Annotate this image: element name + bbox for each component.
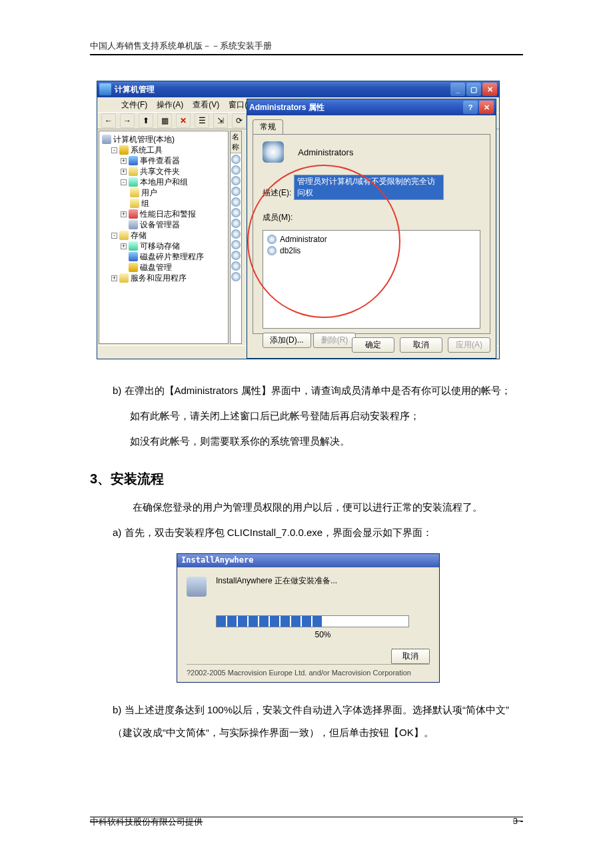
- list-button[interactable]: ▦: [157, 113, 172, 128]
- export-button[interactable]: ⇲: [213, 113, 228, 128]
- tree-root[interactable]: 计算机管理(本地): [102, 134, 225, 145]
- list-header[interactable]: 名称: [231, 131, 241, 153]
- paragraph-a: a) 首先，双击安装程序包 CLICInstall_7.0.0.exe，界面会显…: [113, 521, 523, 544]
- plus-icon[interactable]: +: [121, 169, 127, 175]
- up-button[interactable]: ⬆: [139, 113, 153, 128]
- plus-icon[interactable]: +: [121, 211, 127, 217]
- progress-bar: [216, 615, 409, 627]
- maximize-button[interactable]: ▢: [466, 83, 481, 96]
- apply-button[interactable]: 应用(A): [448, 337, 490, 353]
- folder-icon: [129, 167, 138, 176]
- paragraph-b-not: 如没有此帐号，则需要联系你的系统管理员解决。: [130, 430, 523, 453]
- user-icon: [267, 246, 277, 255]
- tree-systools[interactable]: -系统工具: [102, 145, 225, 155]
- tree-diskmgmt[interactable]: 磁盘管理: [102, 262, 225, 273]
- footer-right: 3 -: [513, 816, 523, 828]
- group-icon[interactable]: [231, 240, 241, 249]
- tools-icon: [119, 145, 129, 155]
- tree-storage[interactable]: -存储: [102, 230, 225, 241]
- menu-file[interactable]: 文件(F): [121, 99, 147, 111]
- member-item[interactable]: db2lis: [267, 245, 476, 256]
- installanywhere-window: InstallAnywhere InstallAnywhere 正在做安裝准备.…: [177, 553, 440, 683]
- titlebar[interactable]: 计算机管理 _ ▢ ✕: [97, 81, 499, 97]
- group-icon[interactable]: [231, 219, 241, 228]
- group-icon[interactable]: [231, 208, 241, 217]
- installer-icon: [187, 577, 207, 597]
- close-button[interactable]: ✕: [479, 101, 494, 114]
- computer-management-window: 计算机管理 _ ▢ ✕ 文件(F) 操作(A) 查看(V) 窗口( ← → ⬆ …: [97, 81, 500, 359]
- close-button[interactable]: ✕: [482, 83, 497, 96]
- add-button[interactable]: 添加(D)...: [263, 333, 311, 348]
- properties-button[interactable]: ☰: [195, 113, 209, 128]
- tree-perflog[interactable]: +性能日志和警报: [102, 209, 225, 219]
- minimize-button[interactable]: _: [450, 83, 465, 96]
- dialog-titlebar[interactable]: Administrators 属性 ? ✕: [247, 99, 496, 115]
- minus-icon[interactable]: -: [121, 179, 127, 185]
- member-item[interactable]: Administrator: [267, 233, 476, 245]
- storage-icon: [119, 231, 129, 240]
- ok-button[interactable]: 确定: [352, 337, 394, 353]
- computer-icon: [102, 135, 111, 144]
- members-label: 成员(M):: [263, 213, 293, 222]
- footer-left: 中科软科技股份有限公司提供: [90, 816, 203, 828]
- minus-icon[interactable]: -: [111, 147, 117, 153]
- group-icon[interactable]: [231, 165, 241, 175]
- back-button[interactable]: ←: [101, 113, 116, 128]
- group-icon[interactable]: [231, 197, 241, 207]
- tree-services[interactable]: +服务和应用程序: [102, 273, 225, 283]
- plus-icon[interactable]: +: [111, 275, 117, 281]
- event-icon: [129, 156, 138, 165]
- plus-icon[interactable]: +: [121, 158, 127, 164]
- paragraph-intro3: 在确保您登录的用户为管理员权限的用户以后，便可以进行正常的安装流程了。: [113, 496, 523, 519]
- group-icon[interactable]: [231, 176, 241, 185]
- tree-eventviewer[interactable]: +事件查看器: [102, 155, 225, 166]
- progress-percent: 50%: [216, 630, 430, 639]
- group-icon[interactable]: [231, 261, 241, 271]
- users-icon: [129, 177, 138, 187]
- tree-groups[interactable]: 组: [102, 198, 225, 209]
- members-list[interactable]: Administrator db2lis: [263, 230, 480, 329]
- ia-status: InstallAnywhere 正在做安裝准备...: [216, 575, 337, 587]
- tree-defrag[interactable]: 磁盘碎片整理程序: [102, 251, 225, 262]
- plus-icon[interactable]: +: [121, 243, 127, 249]
- dialog-title: Administrators 属性: [249, 102, 324, 113]
- app-icon: [99, 83, 111, 95]
- device-icon: [129, 220, 138, 229]
- menu-view[interactable]: 查看(V): [193, 99, 219, 111]
- group-icon[interactable]: [231, 187, 241, 196]
- remove-button[interactable]: 删除(R): [313, 333, 356, 348]
- cancel-button[interactable]: 取消: [400, 337, 442, 353]
- group-list[interactable]: 名称: [230, 131, 242, 344]
- page-footer: 中科软科技股份有限公司提供 3 -: [90, 816, 523, 828]
- group-icon[interactable]: [231, 251, 241, 260]
- help-button[interactable]: ?: [463, 101, 478, 114]
- ia-copyright: ?2002-2005 Macrovision Europe Ltd. and/o…: [187, 664, 430, 677]
- ia-cancel-button[interactable]: 取消: [391, 649, 430, 664]
- group-large-icon: [263, 141, 284, 163]
- ia-titlebar[interactable]: InstallAnywhere: [177, 554, 439, 567]
- refresh-button[interactable]: ⟳: [232, 113, 247, 128]
- tree-localusers[interactable]: -本地用户和组: [102, 177, 225, 187]
- tree-users[interactable]: 用户: [102, 187, 225, 198]
- group-icon[interactable]: [231, 229, 241, 239]
- group-icon[interactable]: [231, 155, 241, 164]
- folder-icon: [130, 199, 139, 208]
- paragraph-b: b) 在弹出的【Administrators 属性】界面中，请查询成员清单中是否…: [113, 379, 523, 402]
- tree-devmgr[interactable]: 设备管理器: [102, 219, 225, 230]
- window-title: 计算机管理: [115, 84, 155, 95]
- paragraph-b2: b) 当上述进度条达到 100%以后，安装文件自动进入字体选择界面。选择默认项“…: [113, 699, 523, 744]
- tree-removable[interactable]: +可移动存储: [102, 241, 225, 251]
- tree-view[interactable]: 计算机管理(本地) -系统工具 +事件查看器 +共享文件夹 -本地用户和组 用户…: [99, 131, 229, 344]
- delete-button[interactable]: ✕: [176, 113, 191, 128]
- menu-window[interactable]: 窗口(: [229, 99, 247, 111]
- menu-icon: [101, 99, 112, 110]
- forward-button[interactable]: →: [120, 113, 135, 128]
- tab-general[interactable]: 常规: [253, 119, 283, 134]
- description-field[interactable]: 管理员对计算机/域有不受限制的完全访问权: [294, 175, 444, 200]
- menu-action[interactable]: 操作(A): [157, 99, 183, 111]
- removable-icon: [129, 241, 138, 251]
- minus-icon[interactable]: -: [111, 233, 117, 239]
- group-icon[interactable]: [231, 272, 241, 281]
- tab-body: Administrators 描述(E): 管理员对计算机/域有不受限制的完全访…: [253, 134, 490, 334]
- tree-shared[interactable]: +共享文件夹: [102, 166, 225, 177]
